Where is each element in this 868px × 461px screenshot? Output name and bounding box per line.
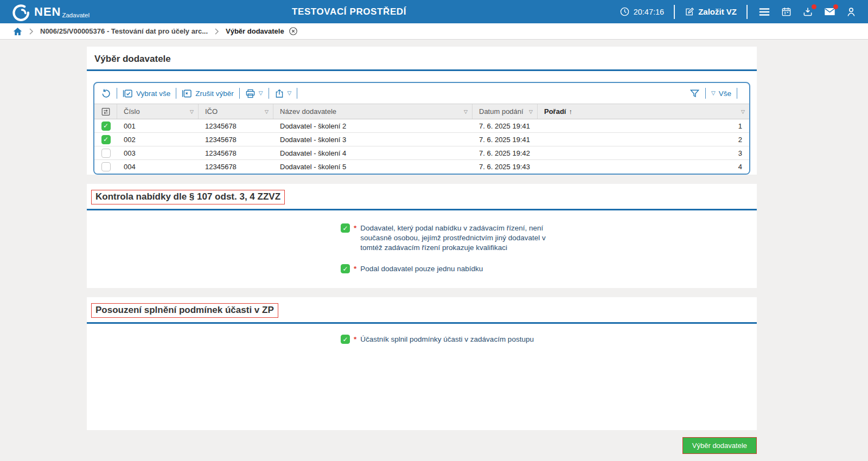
select-all-label: Vybrat vše — [136, 89, 170, 98]
column-filter-icon[interactable]: ▽ — [190, 109, 194, 114]
breadcrumb-item-current[interactable]: Výběr dodavatele — [226, 27, 298, 36]
cell-nazev: Dodavatel - školení 3 — [273, 136, 473, 144]
supplier-grid: Vybrat vše Zrušit výběr — [93, 82, 750, 175]
breadcrumb: N006/25/V00005376 - Testování dat pro úč… — [0, 23, 868, 40]
topbar-divider — [674, 5, 675, 19]
row-checkbox[interactable] — [101, 135, 111, 144]
dropdown-triangle-icon[interactable]: ▽ — [288, 91, 292, 96]
checklist-label: Dodavatel, který podal nabídku v zadávac… — [360, 223, 567, 252]
nen-logo[interactable]: NEN Zadavatel — [12, 2, 90, 22]
cell-ico: 12345678 — [199, 136, 273, 144]
topbar: NEN Zadavatel TESTOVACÍ PROSTŘEDÍ 20:47:… — [0, 0, 868, 23]
column-label: IČO — [205, 107, 218, 116]
column-header-cislo[interactable]: Číslo ▽ — [117, 104, 199, 119]
required-asterisk: * — [354, 265, 356, 273]
environment-title: TESTOVACÍ PROSTŘEDÍ — [292, 7, 406, 17]
cell-cislo: 001 — [117, 122, 199, 130]
cell-nazev: Dodavatel - školení 4 — [273, 149, 473, 157]
messages-button[interactable] — [822, 5, 837, 19]
table-row[interactable]: 003 12345678 Dodavatel - školení 4 7. 6.… — [94, 146, 749, 160]
grid-toolbar: Vybrat vše Zrušit výběr — [94, 83, 749, 104]
topbar-actions: 20:47:16 Založit VZ — [620, 0, 858, 23]
create-vz-label: Založit VZ — [698, 7, 737, 16]
clear-selection-button[interactable]: Zrušit výběr — [182, 88, 234, 99]
view-filter-label: Vše — [719, 89, 731, 98]
toolbar-divider — [239, 88, 240, 99]
clear-selection-label: Zrušit výběr — [195, 89, 234, 98]
supplier-selection-submit-button[interactable]: Výběr dodavatele — [682, 437, 757, 454]
close-tab-icon[interactable] — [289, 27, 298, 36]
row-checkbox[interactable] — [101, 121, 111, 131]
hamburger-icon — [758, 7, 770, 17]
column-header-ico[interactable]: IČO ▽ — [199, 104, 273, 119]
cell-datum: 7. 6. 2025 19:41 — [473, 136, 538, 144]
message-notification-badge — [833, 4, 838, 9]
select-all-button[interactable]: Vybrat vše — [123, 88, 170, 99]
print-button[interactable]: ▽ — [245, 88, 263, 99]
dropdown-triangle-icon[interactable]: ▽ — [259, 91, 263, 96]
clear-selection-icon — [182, 88, 192, 99]
table-row[interactable]: 004 12345678 Dodavatel - školení 5 7. 6.… — [94, 160, 749, 174]
server-time: 20:47:16 — [620, 7, 664, 17]
refresh-button[interactable] — [101, 88, 111, 99]
section-title-offer-check: Kontrola nabídky dle § 107 odst. 3, 4 ZZ… — [91, 190, 285, 204]
cell-cislo: 003 — [117, 149, 199, 157]
column-label: Číslo — [124, 107, 140, 116]
home-icon[interactable] — [13, 27, 22, 36]
cell-nazev: Dodavatel - školení 5 — [273, 163, 473, 171]
column-filter-icon[interactable]: ▽ — [464, 109, 468, 114]
toolbar-divider — [297, 88, 297, 99]
table-row[interactable]: 002 12345678 Dodavatel - školení 3 7. 6.… — [94, 133, 749, 146]
toolbar-divider — [737, 88, 737, 99]
main-content: Výběr dodavatele — [0, 40, 868, 454]
offer-check-card: Kontrola nabídky dle § 107 odst. 3, 4 ZZ… — [87, 184, 757, 288]
edit-icon — [685, 7, 694, 17]
checklist-checkbox[interactable] — [341, 335, 350, 344]
filter-button[interactable] — [690, 88, 700, 99]
create-vz-button[interactable]: Založit VZ — [685, 7, 737, 17]
chevron-right-icon — [214, 28, 219, 35]
breadcrumb-current-label: Výběr dodavatele — [226, 27, 284, 35]
section-title-participation: Posouzení splnění podmínek účasti v ZP — [91, 303, 278, 318]
table-row[interactable]: 001 12345678 Dodavatel - školení 2 7. 6.… — [94, 119, 749, 133]
table-header-row: Číslo ▽ IČO ▽ Název dodavatele ▽ Datum p… — [94, 104, 749, 119]
cell-poradi: 1 — [538, 122, 749, 130]
row-checkbox[interactable] — [101, 162, 111, 171]
cell-cislo: 002 — [117, 136, 199, 144]
section-underline — [87, 69, 757, 71]
calendar-icon — [781, 7, 792, 17]
cell-poradi: 2 — [538, 136, 749, 144]
column-filter-icon[interactable]: ▽ — [529, 109, 533, 114]
brand-name: NEN — [34, 5, 61, 19]
row-checkbox[interactable] — [101, 149, 111, 158]
checklist-checkbox[interactable] — [341, 264, 350, 273]
cell-nazev: Dodavatel - školení 2 — [273, 122, 473, 130]
page: NEN Zadavatel TESTOVACÍ PROSTŘEDÍ 20:47:… — [0, 0, 868, 461]
column-filter-icon[interactable]: ▽ — [741, 109, 745, 114]
calendar-button[interactable] — [779, 5, 793, 19]
export-icon — [275, 88, 284, 99]
user-profile-button[interactable] — [844, 5, 858, 19]
required-asterisk: * — [354, 224, 356, 232]
checklist-checkbox[interactable] — [341, 223, 350, 233]
export-button[interactable]: ▽ — [275, 88, 292, 99]
column-chooser-cell[interactable] — [94, 104, 117, 119]
breadcrumb-item-procedure[interactable]: N006/25/V00005376 - Testování dat pro úč… — [40, 27, 208, 35]
column-header-datum[interactable]: Datum podání ▽ — [473, 104, 538, 119]
section-title-supplier: Výběr dodavatele — [87, 47, 757, 69]
supplier-selection-card: Výběr dodavatele — [87, 47, 757, 175]
brand-subtitle: Zadavatel — [62, 12, 90, 18]
column-filter-icon[interactable]: ▽ — [265, 109, 269, 114]
checklist-label: Účastník splnil podmínky účasti v zadáva… — [360, 335, 567, 344]
downloads-button[interactable] — [801, 5, 815, 19]
checklist-item: * Účastník splnil podmínky účasti v zadá… — [341, 335, 757, 344]
column-header-nazev[interactable]: Název dodavatele ▽ — [273, 104, 473, 119]
column-chooser-icon — [101, 107, 111, 117]
column-header-poradi[interactable]: Pořadí ↑ ▽ — [538, 104, 749, 119]
dropdown-triangle-icon: ▽ — [711, 91, 716, 96]
filter-funnel-icon — [690, 88, 700, 99]
view-filter-dropdown[interactable]: ▽ Vše — [711, 89, 731, 98]
menu-button[interactable] — [757, 5, 771, 19]
download-notification-badge — [812, 4, 816, 9]
toolbar-divider — [705, 88, 706, 99]
